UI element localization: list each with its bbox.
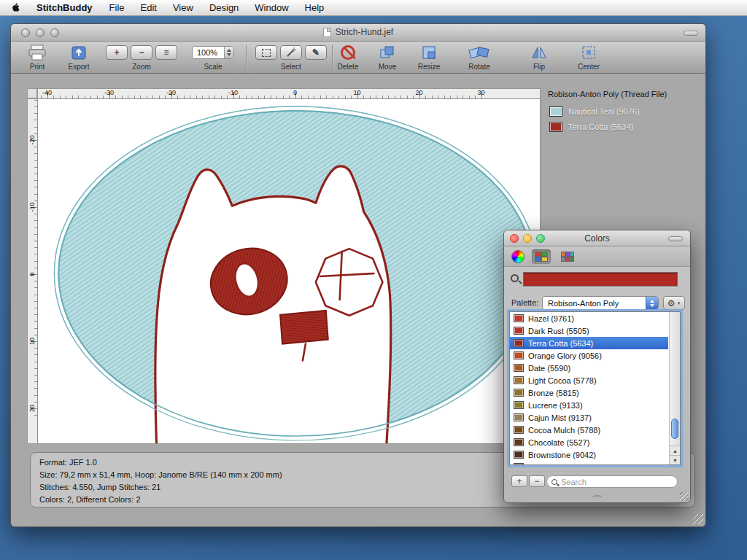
select-group: ✎ Select: [253, 43, 329, 71]
color-list-item[interactable]: Chocolate (5527): [510, 436, 668, 448]
color-list-item[interactable]: Cajun Mist (9137): [510, 411, 668, 424]
color-palettes-tab[interactable]: [532, 249, 551, 264]
h-ruler-labels: -40-30-20-100102030: [37, 89, 540, 96]
delete-button[interactable]: Delete: [333, 43, 363, 71]
ruler-label: 0: [264, 89, 326, 96]
plus-icon: +: [114, 47, 119, 58]
remove-color-button[interactable]: −: [529, 475, 545, 487]
stepper-icon: [646, 297, 658, 309]
magnifier-icon[interactable]: [511, 274, 519, 282]
export-button[interactable]: Export: [63, 43, 95, 71]
chevron-down-icon: ▼: [676, 301, 681, 306]
window-title: Strich-Hund.jef: [336, 27, 393, 37]
scroll-down-button[interactable]: ▼: [670, 455, 681, 464]
color-name: Hazel (9761): [528, 314, 574, 323]
center-button[interactable]: Center: [571, 43, 606, 71]
search-placeholder: Search: [561, 478, 587, 486]
color-name: Brown (5551): [528, 463, 576, 466]
resize-button[interactable]: Resize: [413, 43, 445, 71]
color-search-field[interactable]: Search: [546, 475, 678, 488]
thread-row[interactable]: Terra Cotta (5634): [549, 122, 633, 132]
scrollbar[interactable]: ▲ ▼: [669, 312, 680, 464]
color-list-item[interactable]: Terra Cotta (5634): [510, 337, 668, 349]
menu-item[interactable]: View: [165, 2, 201, 13]
rect-select-button[interactable]: [255, 45, 277, 60]
menu-item[interactable]: Design: [201, 2, 247, 13]
menu-item[interactable]: Edit: [133, 2, 165, 13]
zoom-group: + − ≡ Zoom: [103, 43, 180, 71]
color-swatch: [514, 314, 524, 322]
toolbar-separator: [332, 45, 333, 70]
window-resize-grip[interactable]: [693, 514, 703, 524]
design-canvas[interactable]: [37, 98, 541, 444]
move-button[interactable]: Move: [373, 43, 402, 71]
color-name: Terra Cotta (5634): [528, 339, 593, 348]
color-list-item[interactable]: Light Cocoa (5778): [510, 374, 668, 386]
ruler-label: -40: [37, 89, 78, 96]
add-color-button[interactable]: +: [511, 475, 527, 487]
rotate-button[interactable]: Rotate: [457, 43, 501, 71]
apple-menu[interactable]: [0, 2, 28, 13]
wand-select-button[interactable]: [280, 45, 302, 60]
ruler-corner: [27, 88, 37, 98]
zoom-out-button[interactable]: −: [131, 45, 152, 60]
color-swatch: [514, 364, 524, 372]
palette-action-button[interactable]: ⚙ ▼: [663, 296, 685, 310]
scrollbar-thumb[interactable]: [671, 419, 678, 439]
color-wheel-icon[interactable]: [511, 250, 525, 263]
ruler-label: 20: [388, 89, 450, 96]
ruler-label: -30: [78, 89, 140, 96]
print-button[interactable]: Print: [21, 43, 53, 71]
color-swatches-tab[interactable]: [558, 249, 577, 264]
menu-app-name[interactable]: StitchBuddy: [28, 2, 101, 13]
color-list-item[interactable]: Brown (5551): [510, 461, 668, 465]
color-swatch: [514, 389, 524, 397]
window-title-wrap: Strich-Hund.jef: [11, 27, 705, 37]
color-swatch: [514, 413, 524, 421]
menu-item[interactable]: Help: [297, 2, 333, 13]
scroll-up-button[interactable]: ▲: [670, 446, 681, 455]
panel-resize-grip[interactable]: [680, 492, 689, 501]
palette-dropdown[interactable]: Robison-Anton Poly: [542, 296, 659, 310]
panel-resize-dimple[interactable]: [592, 495, 603, 499]
color-list-item[interactable]: Bronze (5815): [510, 386, 668, 399]
thread-file-title: Robison-Anton Poly (Thread File): [548, 90, 704, 98]
color-list-item[interactable]: Cocoa Mulch (5788): [510, 424, 668, 436]
toolbar-toggle-button[interactable]: [684, 31, 698, 36]
color-name: Cocoa Mulch (5788): [528, 426, 600, 435]
color-list-item[interactable]: Lucrene (9133): [510, 399, 668, 411]
main-toolbar: Print Export + − ≡ Zoom: [11, 42, 705, 74]
fit-icon: ≡: [163, 47, 169, 58]
search-icon: [551, 479, 557, 485]
color-swatch: [514, 327, 524, 335]
scale-dropdown[interactable]: 100%: [192, 46, 234, 59]
swatch-grid-icon: [561, 252, 574, 262]
zoom-fit-button[interactable]: ≡: [155, 45, 177, 60]
color-swatch: [514, 451, 524, 459]
color-list-item[interactable]: Orange Glory (9056): [510, 349, 668, 362]
zoom-in-button[interactable]: +: [106, 45, 128, 60]
menu-item[interactable]: File: [101, 2, 133, 13]
color-list[interactable]: Hazel (9761) Dark Rust (5505) Terra Cott…: [509, 311, 681, 465]
ruler-label: 20: [27, 404, 37, 413]
resize-icon: [422, 45, 436, 60]
flip-button[interactable]: Flip: [522, 43, 557, 71]
colors-title-bar[interactable]: Colors: [504, 230, 690, 246]
color-name: Dark Rust (5505): [528, 327, 589, 335]
menu-item[interactable]: Window: [247, 2, 296, 13]
thread-row[interactable]: Nautical Teal (9076): [549, 106, 640, 117]
current-color-well[interactable]: [523, 272, 678, 287]
embroidery-design: [38, 99, 540, 443]
palette-grid-icon: [535, 252, 548, 262]
color-list-item[interactable]: Brownstone (9042): [510, 448, 668, 461]
pencil-select-button[interactable]: ✎: [305, 45, 327, 60]
toolbar-toggle-button[interactable]: [668, 236, 683, 241]
palette-label: Palette:: [511, 298, 538, 307]
color-name: Orange Glory (9056): [528, 351, 602, 360]
title-bar[interactable]: Strich-Hund.jef: [11, 24, 705, 42]
color-list-item[interactable]: Dark Rust (5505): [510, 324, 668, 337]
color-swatch: [514, 463, 524, 465]
color-list-item[interactable]: Date (5590): [510, 362, 668, 374]
thread-swatch: [549, 106, 562, 117]
color-list-item[interactable]: Hazel (9761): [510, 312, 668, 324]
